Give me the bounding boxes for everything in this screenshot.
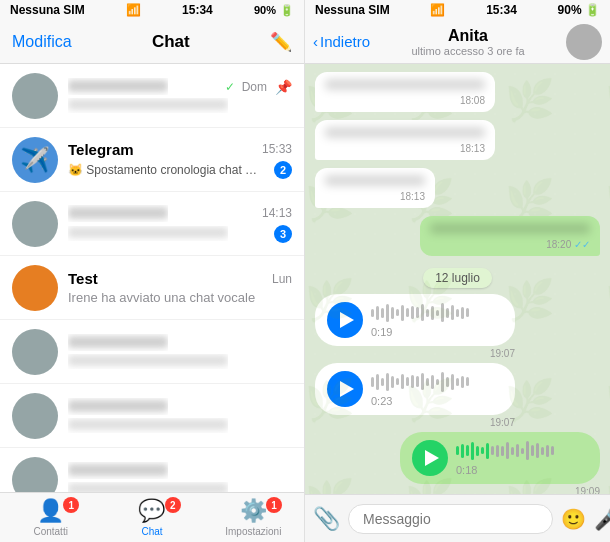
carrier-right: Nessuna SIM [315, 3, 390, 17]
emoji-icon[interactable]: 🙂 [561, 507, 586, 531]
back-button[interactable]: ‹ Indietro [313, 33, 370, 50]
messages-area: 18:08 18:13 18:13 18:20 ✓✓ 12 luglio [305, 64, 610, 494]
message-time: 19:07 [315, 417, 515, 428]
list-item[interactable] [0, 448, 304, 492]
message-time: 18:20 ✓✓ [430, 239, 590, 250]
carrier-left: Nessuna SIM [10, 3, 85, 17]
waveform: 0:18 [456, 441, 588, 476]
date-label: 12 luglio [423, 268, 492, 288]
list-item[interactable] [0, 320, 304, 384]
chat-preview [68, 482, 228, 492]
chat-info [68, 462, 292, 492]
chat-name [68, 78, 168, 95]
voice-duration: 0:18 [456, 464, 588, 476]
contacts-badge: 1 [63, 497, 79, 513]
play-icon [340, 381, 354, 397]
time-left: 15:34 [182, 3, 213, 17]
list-item[interactable]: 14:13 3 [0, 192, 304, 256]
voice-message[interactable]: 0:18 19:09 [400, 432, 600, 494]
tab-chats[interactable]: 2 💬 Chat [101, 493, 202, 542]
voice-message[interactable]: 0:23 19:07 [315, 363, 515, 428]
play-button[interactable] [412, 440, 448, 476]
list-item[interactable]: ✓ Dom 📌 [0, 64, 304, 128]
chat-detail-nav: ‹ Indietro Anita ultimo accesso 3 ore fa [305, 20, 610, 64]
message-row: 18:20 ✓✓ [315, 216, 600, 260]
message-time: 18:08 [325, 95, 485, 106]
message-time: 19:07 [315, 348, 515, 359]
settings-label: Impostazioni [225, 526, 281, 537]
message-time: 18:13 [325, 143, 485, 154]
back-chevron-icon: ‹ [313, 33, 318, 50]
chat-info [68, 398, 292, 433]
voice-message[interactable]: 0:19 19:07 [315, 294, 515, 359]
tab-bar: 1 👤 Contatti 2 💬 Chat 1 ⚙️ Impostazioni [0, 492, 304, 542]
tab-contacts[interactable]: 1 👤 Contatti [0, 493, 101, 542]
chat-preview [68, 418, 228, 433]
chat-info: 14:13 3 [68, 205, 292, 243]
avatar [12, 201, 58, 247]
message-input-bar: 📎 🙂 🎤 [305, 494, 610, 542]
message-row: 18:08 [315, 72, 600, 116]
message-input[interactable] [348, 504, 553, 534]
chat-title: Chat [152, 32, 190, 52]
settings-badge: 1 [266, 497, 282, 513]
chats-badge: 2 [165, 497, 181, 513]
attach-icon[interactable]: 📎 [313, 506, 340, 532]
chats-icon: 💬 [138, 498, 165, 524]
play-icon [340, 312, 354, 328]
contacts-icon: 👤 [37, 498, 64, 524]
waveform-bars [371, 303, 503, 323]
avatar [12, 457, 58, 493]
avatar [12, 329, 58, 375]
message-bubble: 18:13 [315, 168, 435, 208]
chat-preview: 🐱 Spostamento cronologia chat da altre a… [68, 163, 258, 177]
time-right: 15:34 [486, 3, 517, 17]
chat-name [68, 334, 168, 351]
tab-settings[interactable]: 1 ⚙️ Impostazioni [203, 493, 304, 542]
contact-avatar[interactable] [566, 24, 602, 60]
voice-duration: 0:19 [371, 326, 503, 338]
left-status-bar: Nessuna SIM 📶 15:34 90% 🔋 [0, 0, 304, 20]
battery-right: 90% [558, 3, 582, 17]
list-item[interactable] [0, 384, 304, 448]
wifi-icon-left: 📶 [126, 3, 141, 17]
contact-info[interactable]: Anita ultimo accesso 3 ore fa [376, 27, 560, 57]
message-time: 18:13 [325, 191, 425, 202]
play-icon [425, 450, 439, 466]
battery-icon-left: 🔋 [280, 4, 294, 17]
message-row: 0:19 19:07 [315, 294, 600, 359]
chat-preview [68, 98, 228, 113]
play-button[interactable] [327, 302, 363, 338]
chat-badge: 2 [274, 161, 292, 179]
right-status-bar: Nessuna SIM 📶 15:34 90% 🔋 [305, 0, 610, 20]
avatar [12, 393, 58, 439]
chat-info: Telegram 15:33 🐱 Spostamento cronologia … [68, 141, 292, 179]
read-icon: ✓✓ [574, 239, 590, 250]
list-item[interactable]: ✈️ Telegram 15:33 🐱 Spostamento cronolog… [0, 128, 304, 192]
chats-label: Chat [141, 526, 162, 537]
chat-info: Test Lun Irene ha avviato una chat vocal… [68, 270, 292, 305]
chat-preview: Irene ha avviato una chat vocale [68, 290, 255, 305]
voice-input-icon[interactable]: 🎤 [594, 506, 610, 532]
chat-list: ✓ Dom 📌 ✈️ Telegram 15:33 [0, 64, 304, 492]
chat-detail-panel: Nessuna SIM 📶 15:34 90% 🔋 ‹ Indietro Ani… [305, 0, 610, 542]
chat-time: Lun [272, 272, 292, 286]
chat-nav-bar: Modifica Chat ✏️ [0, 20, 304, 64]
play-button[interactable] [327, 371, 363, 407]
battery-left: 90% [254, 4, 276, 16]
message-bubble: 18:13 [315, 120, 495, 160]
list-item[interactable]: Test Lun Irene ha avviato una chat vocal… [0, 256, 304, 320]
chat-name: Telegram [68, 141, 134, 158]
chat-name [68, 398, 168, 415]
contact-status: ultimo accesso 3 ore fa [411, 45, 524, 57]
compose-icon[interactable]: ✏️ [270, 31, 292, 53]
voice-duration: 0:23 [371, 395, 503, 407]
waveform: 0:23 [371, 372, 503, 407]
avatar [12, 73, 58, 119]
waveform: 0:19 [371, 303, 503, 338]
date-separator: 12 luglio [315, 268, 600, 286]
message-row: 0:23 19:07 [315, 363, 600, 428]
edit-button[interactable]: Modifica [12, 33, 72, 51]
blurred-text [325, 175, 425, 186]
waveform-bars [371, 372, 503, 392]
